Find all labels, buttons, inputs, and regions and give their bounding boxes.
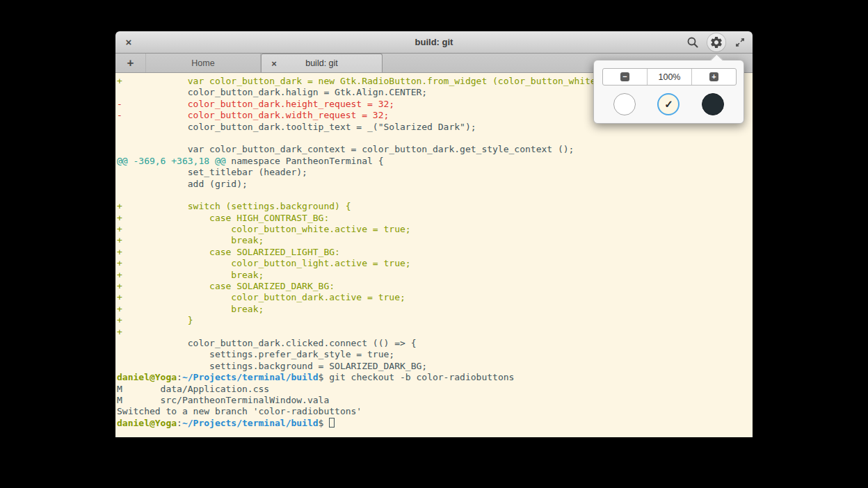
- terminal-line: + color_button_white.active = true;: [117, 224, 753, 235]
- settings-button[interactable]: [708, 34, 725, 51]
- expand-icon: [734, 37, 746, 48]
- titlebar-icons: [684, 34, 748, 51]
- terminal-line: daniel@Yoga:~/Projects/terminal/build$ g…: [117, 372, 753, 383]
- new-tab-button[interactable]: +: [115, 54, 146, 72]
- terminal-line: M src/PantheonTerminalWindow.vala: [117, 395, 753, 406]
- terminal-cursor: [329, 418, 335, 428]
- zoom-out-button[interactable]: −: [603, 69, 647, 85]
- terminal-line: set_titlebar (header);: [117, 167, 753, 178]
- tab-build-git-label: build: git: [305, 58, 338, 68]
- terminal-line: color_button_dark.clicked.connect (() =>…: [117, 338, 753, 349]
- terminal-output[interactable]: + var color_button_dark = new Gtk.RadioB…: [115, 73, 753, 437]
- terminal-line: + switch (settings.background) {: [117, 201, 753, 212]
- terminal-line: + break;: [117, 235, 753, 246]
- theme-white-button[interactable]: [613, 93, 636, 115]
- terminal-line: + color_button_dark.active = true;: [117, 292, 753, 303]
- terminal-line: var color_button_dark_context = color_bu…: [117, 144, 753, 155]
- settings-popover: − 100% + ✓: [593, 60, 744, 124]
- minus-icon: −: [620, 72, 629, 81]
- zoom-in-button[interactable]: +: [691, 69, 736, 85]
- search-icon: [686, 36, 699, 49]
- desktop-background: × build: git: [0, 0, 868, 488]
- terminal-line: + case SOLARIZED_DARK_BG:: [117, 281, 753, 292]
- zoom-control: − 100% +: [602, 68, 737, 86]
- zoom-level-value: 100%: [659, 72, 681, 82]
- theme-light-button[interactable]: ✓: [657, 93, 680, 115]
- check-icon: ✓: [664, 98, 673, 111]
- terminal-line: + }: [117, 315, 753, 326]
- terminal-line: @@ -369,6 +363,18 @@ namespace PantheonT…: [117, 156, 753, 167]
- tab-home[interactable]: Home: [146, 54, 261, 72]
- terminal-line: + break;: [117, 270, 753, 281]
- titlebar: × build: git: [115, 31, 753, 54]
- terminal-line: + color_button_light.active = true;: [117, 258, 753, 269]
- terminal-line: daniel@Yoga:~/Projects/terminal/build$: [117, 418, 753, 429]
- terminal-line: settings.background = SOLARIZED_DARK_BG;: [117, 361, 753, 372]
- terminal-line: + case HIGH_CONTRAST_BG:: [117, 213, 753, 224]
- terminal-line: settings.prefer_dark_style = true;: [117, 349, 753, 360]
- theme-dark-button[interactable]: [702, 93, 724, 115]
- terminal-line: [117, 133, 753, 144]
- terminal-line: +: [117, 327, 753, 338]
- terminal-line: + break;: [117, 304, 753, 315]
- terminal-line: add (grid);: [117, 179, 753, 190]
- window-title: build: git: [115, 31, 753, 54]
- terminal-line: M data/Application.css: [117, 384, 753, 395]
- search-button[interactable]: [684, 34, 701, 51]
- tab-close-button[interactable]: ×: [268, 54, 280, 72]
- gear-icon: [709, 35, 723, 49]
- theme-options: ✓: [602, 93, 735, 115]
- fullscreen-button[interactable]: [732, 34, 748, 51]
- terminal-line: [117, 190, 753, 201]
- terminal-line: Switched to a new branch 'color-radiobut…: [117, 406, 753, 417]
- tab-build-git[interactable]: × build: git: [261, 54, 383, 72]
- plus-icon: +: [709, 72, 718, 81]
- terminal-line: + case SOLARIZED_LIGHT_BG:: [117, 247, 753, 258]
- zoom-level-button[interactable]: 100%: [647, 69, 691, 85]
- tab-home-label: Home: [191, 58, 214, 68]
